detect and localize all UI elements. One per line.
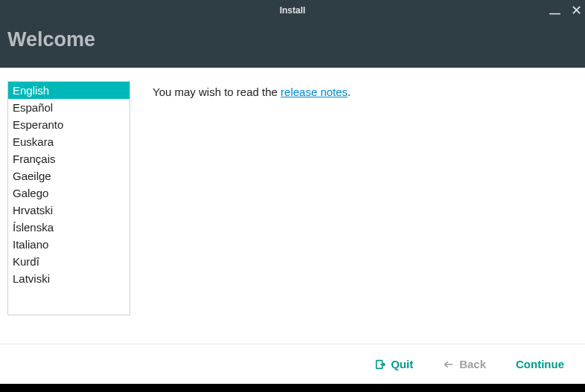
language-item[interactable]: Français	[8, 150, 130, 167]
language-item[interactable]: Kurdî	[8, 253, 130, 270]
language-item[interactable]: Galego	[8, 184, 130, 202]
header: Welcome	[0, 21, 585, 68]
intro-text: You may wish to read the release notes.	[153, 86, 578, 98]
continue-label: Continue	[516, 358, 564, 370]
language-item[interactable]: Hrvatski	[8, 202, 130, 219]
intro-suffix: .	[348, 86, 351, 98]
intro-prefix: You may wish to read the	[153, 86, 281, 98]
close-icon[interactable]: ✕	[571, 4, 582, 17]
language-item[interactable]: Italiano	[8, 236, 130, 253]
back-label: Back	[459, 358, 486, 370]
language-item[interactable]: Esperanto	[8, 116, 130, 133]
window-title: Install	[280, 5, 306, 16]
quit-icon	[374, 359, 386, 370]
footer: Quit Back Continue	[0, 344, 585, 384]
language-item[interactable]: Íslenska	[8, 219, 130, 236]
minimize-icon[interactable]: —	[549, 7, 560, 19]
content-area: You may wish to read the release notes.	[153, 81, 578, 336]
back-arrow-icon	[443, 359, 455, 370]
language-item[interactable]: Español	[8, 99, 130, 116]
back-button: Back	[443, 358, 486, 370]
titlebar: Install — ✕	[0, 0, 585, 21]
language-item[interactable]: Latviski	[8, 270, 130, 287]
language-item[interactable]: English	[8, 82, 130, 99]
page-title: Welcome	[7, 28, 578, 51]
language-item[interactable]: Euskara	[8, 133, 130, 150]
quit-button[interactable]: Quit	[374, 358, 413, 370]
release-notes-link[interactable]: release notes	[281, 86, 348, 98]
language-list[interactable]: EnglishEspañolEsperantoEuskaraFrançaisGa…	[7, 81, 130, 315]
language-item[interactable]: Gaeilge	[8, 167, 130, 184]
continue-button[interactable]: Continue	[516, 358, 564, 370]
quit-label: Quit	[391, 358, 413, 370]
